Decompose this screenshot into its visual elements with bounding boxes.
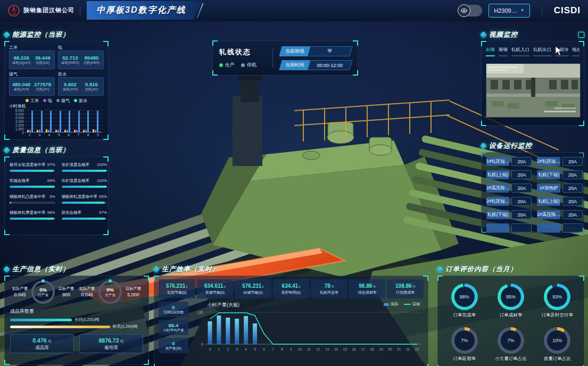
quality-metric-value: 100% xyxy=(97,178,107,183)
stat-unit: % xyxy=(372,285,376,288)
energy-card-name: 工序 xyxy=(9,45,55,51)
equipment-value-chip: 20A xyxy=(562,157,583,166)
warehouse-label: 板坯库 xyxy=(104,345,118,351)
energy-card-values: 0.602单耗(m³/t)0.915总耗(m³) xyxy=(58,77,104,96)
visibility-toggle[interactable] xyxy=(458,5,482,16)
donut-percent: 0% xyxy=(39,287,47,293)
badge-label-text: 当前班组 xyxy=(285,48,304,55)
line-status-legend: 生产停机 xyxy=(219,62,272,69)
svg-text:19: 19 xyxy=(379,347,383,351)
y-tick-label: 0 xyxy=(10,131,24,135)
quality-metric-label: 性能合格率 xyxy=(10,178,30,184)
order-gauge-label: 订单延期率 xyxy=(453,356,476,362)
energy-value: 0.915 xyxy=(82,81,101,87)
actual-output-label: 实际产量 xyxy=(10,286,30,291)
production-donut: 0%月产量 xyxy=(98,280,122,304)
progress-fill xyxy=(10,218,54,220)
efficiency-stat-chip: 98.86%综合成材率 xyxy=(349,279,386,298)
diamond-icon xyxy=(3,266,10,273)
stock-bar-label: 昨天(1,293)吨 xyxy=(113,324,137,329)
equipment-name-chip: 1#加热炉 xyxy=(537,184,560,193)
bar xyxy=(60,111,61,132)
line-status-badges: 当前班组甲当班时间00:00-12:00 xyxy=(280,46,351,70)
equipment-item xyxy=(486,223,532,232)
x-tick-label: 3 xyxy=(37,133,42,137)
bar xyxy=(64,130,66,132)
equipment-item: 2#高压除…20A xyxy=(537,210,582,219)
order-donut-value: 93% xyxy=(544,284,570,310)
svg-text:8: 8 xyxy=(281,347,283,351)
energy-value: 277578 xyxy=(34,81,52,87)
video-tab-轧机出口[interactable]: 轧机出口 xyxy=(533,47,551,56)
quality-metric-value: 3% xyxy=(49,194,55,199)
efficiency-stat-chip: 634.41s在炉时间(s) xyxy=(273,279,310,298)
order-gauge-label: 订单及时交付率 xyxy=(542,312,574,319)
video-tab-中间冷[interactable]: 中间冷 xyxy=(555,47,569,56)
panel-title: 质量信息（当班） xyxy=(4,146,109,154)
panel-corner-bracket xyxy=(154,364,159,366)
quality-metric: 钢板终轧厚度命中率98% xyxy=(10,210,55,220)
chart-title: 小时产量(大板) xyxy=(208,302,239,309)
svg-text:0: 0 xyxy=(209,347,211,351)
video-tab-轧机入口[interactable]: 轧机入口 xyxy=(511,47,529,56)
status-legend-label: 生产 xyxy=(225,62,235,69)
stat-unit: s xyxy=(299,285,300,288)
progress-fill xyxy=(10,202,11,204)
energy-value-col: 0.915总耗(m³) xyxy=(82,81,101,91)
energy-value-label: 单耗(kgce/t) xyxy=(12,61,31,65)
warehouse-box: 0.476吨成品库 xyxy=(10,334,74,353)
heat-selector-dropdown[interactable]: H2309… ▼ xyxy=(488,4,529,18)
y-tick-label: 5,000 xyxy=(10,112,24,116)
donut-progress-dot xyxy=(109,279,112,282)
stat-unit: s xyxy=(262,285,263,288)
panel-corner-bracket xyxy=(579,41,584,46)
side-stat-value: 0 xyxy=(172,340,175,346)
quality-metric-label: 装炉温度合格率 xyxy=(62,162,90,168)
video-tab-出钢[interactable]: 出钢 xyxy=(486,47,495,56)
progress-track xyxy=(62,170,107,172)
expand-icon[interactable] xyxy=(578,32,584,38)
energy-value-col: 80480总耗(kWh) xyxy=(82,55,101,65)
panel-corner-bracket xyxy=(212,40,218,46)
stat-value: 634.611s xyxy=(204,283,226,290)
video-tab-装钢[interactable]: 装钢 xyxy=(499,47,508,56)
bar xyxy=(55,130,57,132)
energy-value-col: 68.226单耗(kgce/t) xyxy=(12,55,31,65)
bar xyxy=(76,130,78,132)
production-gauge-group: 实际产量0.0450%日产量目标产量900 xyxy=(10,280,76,304)
energy-value-col: 52.713单耗(kWh/t) xyxy=(61,55,79,65)
bar xyxy=(99,132,101,132)
stat-label: 计划完成率 xyxy=(396,290,415,295)
svg-text:13: 13 xyxy=(325,347,329,351)
bar xyxy=(50,111,52,132)
target-output-label: 目标产量 xyxy=(56,286,76,291)
page-title: 中厚板3D数字化产线 xyxy=(87,1,202,20)
actual-output-value: 0.046 xyxy=(77,292,97,298)
warehouse-boxes: 0.476吨成品库8876.72吨板坯库 xyxy=(10,334,143,353)
quality-metric-top: 钢板终轧温度命中率95% xyxy=(62,194,107,199)
equipment-item: 2#轧区辊…20A xyxy=(537,157,582,166)
diamond-icon xyxy=(436,266,443,273)
quality-metric-top: 出炉温度合格率100% xyxy=(62,178,107,184)
chart-legend-item: 目标 xyxy=(404,302,420,307)
page-title-text: 中厚板3D数字化产线 xyxy=(96,5,186,14)
panel-title-text: 订单评价内容（当月） xyxy=(445,265,517,274)
vertical-divider xyxy=(272,48,273,68)
target-output-value: 900 xyxy=(56,292,76,298)
svg-text:15: 15 xyxy=(343,347,347,351)
svg-text:12: 12 xyxy=(316,347,320,351)
progress-track xyxy=(10,218,55,220)
video-tab-电动辊[interactable]: 电动辊 xyxy=(573,47,580,56)
y-tick-label: 1,000 xyxy=(10,127,24,131)
quality-metric: 探伤合格率97% xyxy=(62,210,107,220)
cctv-video-thumbnail[interactable] xyxy=(486,63,581,118)
stat-label: 轧制节奏(s) xyxy=(167,290,186,295)
quality-metric: 装炉温度合格率100% xyxy=(62,162,107,172)
panel-title-text: 质量信息（当班） xyxy=(12,146,70,155)
x-tick-label: 9 xyxy=(95,133,101,137)
panel-corner-bracket xyxy=(423,276,428,281)
warehouse-box: 8876.72吨板坯库 xyxy=(79,334,143,353)
efficiency-stat-chip: 634.611s装钢节奏(s) xyxy=(197,279,234,298)
panel-title: 订单评价内容（当月） xyxy=(437,265,584,273)
side-stat-label: 班产量(块) xyxy=(165,346,181,351)
